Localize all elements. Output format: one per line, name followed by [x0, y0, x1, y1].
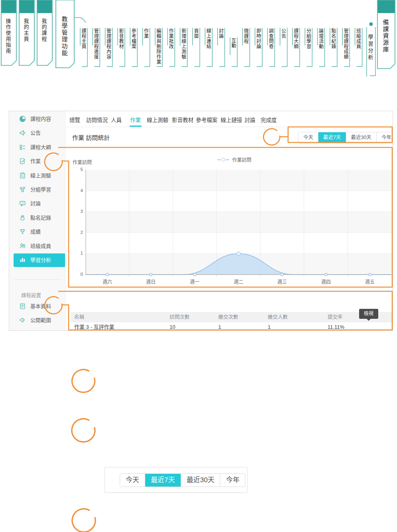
sidebar-item-9[interactable]: 班級成員	[9, 239, 65, 253]
nav-sub-item[interactable]: 新增線上測驗	[181, 28, 186, 59]
x-tick-label: 週二	[230, 278, 247, 285]
analytics-icon	[19, 257, 26, 263]
table-header-cell: 名稱	[74, 312, 84, 322]
sidebar-settings-item-1[interactable]: 公開範圍	[9, 314, 65, 327]
nav-sub-item[interactable]: 班級成員	[356, 28, 361, 49]
nav-sub-item[interactable]: 作業	[144, 28, 148, 39]
tab-8[interactable]: 討論	[245, 114, 255, 127]
nav-sub-item[interactable]: 課程大綱	[293, 28, 298, 49]
grades-icon	[19, 228, 26, 235]
data-point[interactable]	[325, 273, 327, 276]
sidebar-item-6[interactable]: 討論	[9, 197, 65, 210]
nav-sub-item[interactable]: 課程主頁	[81, 28, 86, 49]
nav-sub-item[interactable]: 頁面	[194, 28, 198, 39]
sidebar-item-label: 課程内容	[30, 112, 51, 126]
sidebar-item-3[interactable]: 作業	[9, 155, 65, 168]
tab-5[interactable]: 影音教材	[172, 114, 194, 127]
nav-sub-item[interactable]: 參考檔案	[131, 28, 136, 49]
visibility-icon	[19, 317, 26, 324]
time-filter-group-zoomed: 今天最近7天最近30天今年	[120, 473, 245, 487]
nav-sub-item[interactable]: 管理課程成績	[343, 28, 348, 59]
visibility-icon	[19, 317, 26, 324]
zoom-time-filter-1[interactable]: 最近7天	[145, 474, 181, 487]
tab-1[interactable]: 訪問情況	[86, 114, 108, 127]
tab-6[interactable]: 參考檔案	[196, 114, 217, 127]
nav-tab-my-course-label[interactable]: 我的課程	[41, 18, 47, 42]
sidebar-settings-item-label: 基本資料	[30, 300, 51, 313]
table-row[interactable]: 作業 3 - 互評作業101111.11%	[71, 322, 393, 331]
data-point[interactable]	[106, 273, 109, 276]
tab-2[interactable]: 人員	[111, 114, 122, 127]
zoom-time-filter-2[interactable]: 最近30天	[181, 474, 220, 487]
sidebar-settings-item-0[interactable]: 基本資料	[9, 300, 65, 313]
app-screenshot: 課程内容公告課程大綱作業線上測驗分組學習討論點名記錄成績班級成員學習分析課程設置…	[9, 111, 393, 331]
class-members-icon	[19, 243, 26, 249]
zoom-time-filter-0[interactable]: 今天	[120, 474, 145, 487]
legend-line-right	[226, 159, 229, 160]
tabs-bottom-border	[65, 127, 393, 127]
tab-7[interactable]: 線上鏈接	[221, 114, 242, 127]
sidebar-item-10[interactable]: 學習分析	[14, 253, 65, 267]
tab-0[interactable]: 總覽	[69, 114, 80, 127]
nav-sub-item[interactable]: 作業批改	[168, 28, 173, 49]
y-tick-label: 1	[75, 251, 83, 255]
grades-icon	[19, 228, 26, 235]
tab-3[interactable]: 作業	[130, 114, 141, 127]
nav-sub-item[interactable]: 影音教材	[119, 28, 123, 49]
tab-9[interactable]: 完成度	[261, 114, 277, 127]
nav-sub-item[interactable]: 線上連結	[206, 28, 211, 49]
nav-sub-item[interactable]: 管理課程內容	[106, 28, 111, 59]
time-filter-1[interactable]: 最近7天	[318, 132, 346, 143]
nav-sub-item[interactable]: 討論	[218, 28, 223, 39]
table-cell: 作業 3 - 互評作業	[74, 322, 114, 331]
data-point[interactable]	[194, 273, 196, 276]
nav-sub-item[interactable]: 調查問卷	[269, 28, 273, 49]
sidebar-item-8[interactable]: 成績	[9, 225, 65, 239]
nav-sub-item[interactable]: 公告	[281, 28, 286, 39]
time-filter-0[interactable]: 今天	[298, 132, 318, 143]
nav-sub-item[interactable]: 點名紀錄	[331, 28, 336, 49]
data-point[interactable]	[369, 273, 371, 276]
data-point[interactable]	[237, 252, 240, 255]
nav-sub-item[interactable]: 學習分析	[367, 34, 373, 61]
nav-tab-teaching-management-label[interactable]: 教學管理功能	[61, 16, 67, 57]
sidebar-item-0[interactable]: 課程内容	[9, 112, 65, 126]
group-learning-icon	[19, 186, 26, 193]
nav-tab-usage-guide-label[interactable]: 操作使用指南	[6, 18, 11, 54]
online-test-icon	[19, 172, 26, 179]
content-area: 總覽訪問情況人員作業線上測驗影音教材參考檔案線上鏈接討論完成度作業 訪問統計今天…	[65, 111, 393, 331]
table-cell: 1	[218, 322, 221, 331]
time-filter-3[interactable]: 今年	[377, 132, 393, 143]
y-tick-label: 4	[75, 188, 83, 193]
time-filter-2[interactable]: 最近30天	[346, 132, 376, 143]
class-members-icon	[19, 243, 26, 249]
chart-legend[interactable]: 作業訪問	[217, 156, 251, 163]
nav-sub-item[interactable]: 論壇活動	[318, 28, 323, 49]
nav-tab-resource-library-label[interactable]: 備課資源庫	[383, 19, 389, 53]
sidebar-item-5[interactable]: 分組學習	[9, 183, 65, 196]
nav-sub-item[interactable]: 管理課程進度	[93, 28, 98, 59]
sidebar-item-label: 公告	[30, 126, 41, 140]
sidebar-item-2[interactable]: 課程大綱	[9, 141, 65, 154]
data-point[interactable]	[150, 273, 152, 276]
course-content-icon	[19, 116, 26, 122]
nav-sub-item[interactable]: 編輯與刪除作業	[156, 28, 161, 65]
zoom-time-filter-3[interactable]: 今年	[220, 474, 245, 487]
analytics-icon	[19, 257, 26, 263]
tab-4[interactable]: 線上測驗	[147, 114, 168, 127]
y-tick-label: 5	[75, 167, 83, 172]
sidebar-item-4[interactable]: 線上測驗	[9, 169, 65, 183]
nav-sub-item[interactable]: 即時討論	[256, 28, 261, 49]
nav-sub-item[interactable]: 互動	[231, 38, 236, 48]
discussion-icon	[19, 200, 26, 207]
nav-tab-my-home-label[interactable]: 我的主頁	[24, 18, 29, 42]
syllabus-icon	[19, 144, 26, 151]
data-point[interactable]	[281, 273, 283, 276]
nav-sub-item[interactable]: 微課程	[243, 28, 248, 44]
legend-line-left	[217, 159, 221, 160]
visits-chart	[85, 170, 391, 277]
callout-circle-2	[72, 419, 95, 442]
nav-sub-item[interactable]: 分組學習	[306, 28, 310, 49]
sidebar-item-1[interactable]: 公告	[9, 126, 65, 140]
sidebar-item-7[interactable]: 點名記錄	[9, 211, 65, 225]
